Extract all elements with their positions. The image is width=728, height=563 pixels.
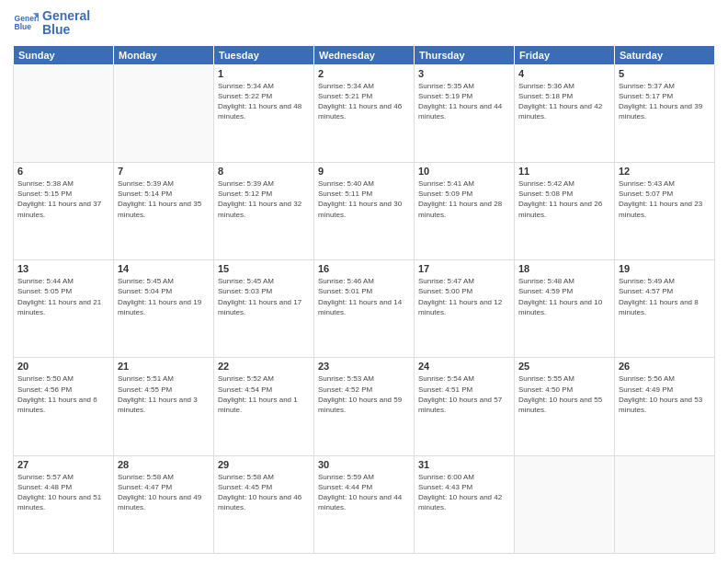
calendar-cell: 31Sunrise: 6:00 AM Sunset: 4:43 PM Dayli… [415,455,515,553]
weekday-header-row: SundayMondayTuesdayWednesdayThursdayFrid… [14,45,715,64]
day-info: Sunrise: 5:58 AM Sunset: 4:45 PM Dayligh… [218,472,310,513]
calendar-cell: 17Sunrise: 5:47 AM Sunset: 5:00 PM Dayli… [415,260,515,358]
day-number: 21 [118,361,210,372]
calendar-cell: 20Sunrise: 5:50 AM Sunset: 4:56 PM Dayli… [14,358,114,455]
calendar-cell: 25Sunrise: 5:55 AM Sunset: 4:50 PM Dayli… [515,358,615,455]
calendar-cell: 5Sunrise: 5:37 AM Sunset: 5:17 PM Daylig… [615,64,715,162]
day-info: Sunrise: 5:48 AM Sunset: 4:59 PM Dayligh… [518,276,610,317]
week-row-5: 27Sunrise: 5:57 AM Sunset: 4:48 PM Dayli… [14,455,715,553]
calendar-cell: 4Sunrise: 5:36 AM Sunset: 5:18 PM Daylig… [515,64,615,162]
week-row-1: 1Sunrise: 5:34 AM Sunset: 5:22 PM Daylig… [14,64,715,162]
day-info: Sunrise: 5:58 AM Sunset: 4:47 PM Dayligh… [118,472,210,513]
calendar-cell: 21Sunrise: 5:51 AM Sunset: 4:55 PM Dayli… [114,358,214,455]
page: General Blue General Blue SundayMondayTu… [0,0,728,563]
day-number: 30 [318,459,410,470]
day-info: Sunrise: 5:55 AM Sunset: 4:50 PM Dayligh… [518,373,610,415]
day-info: Sunrise: 5:42 AM Sunset: 5:08 PM Dayligh… [518,178,610,220]
weekday-header-wednesday: Wednesday [314,45,415,64]
day-number: 6 [17,166,109,177]
week-row-3: 13Sunrise: 5:44 AM Sunset: 5:05 PM Dayli… [14,260,715,358]
calendar-cell: 14Sunrise: 5:45 AM Sunset: 5:04 PM Dayli… [114,260,214,358]
logo-text: General Blue [42,9,90,38]
day-number: 4 [518,68,610,79]
day-number: 29 [218,459,310,470]
calendar-cell: 12Sunrise: 5:43 AM Sunset: 5:07 PM Dayli… [615,163,715,260]
weekday-header-thursday: Thursday [415,45,515,64]
calendar-cell: 29Sunrise: 5:58 AM Sunset: 4:45 PM Dayli… [214,455,314,553]
calendar-cell: 28Sunrise: 5:58 AM Sunset: 4:47 PM Dayli… [114,455,214,553]
day-number: 23 [318,361,410,372]
day-number: 9 [318,166,410,177]
weekday-header-saturday: Saturday [615,45,715,64]
day-info: Sunrise: 5:38 AM Sunset: 5:15 PM Dayligh… [17,178,109,220]
calendar-cell: 7Sunrise: 5:39 AM Sunset: 5:14 PM Daylig… [114,163,214,260]
calendar-cell: 30Sunrise: 5:59 AM Sunset: 4:44 PM Dayli… [314,455,415,553]
header: General Blue General Blue [13,9,715,38]
calendar-cell [515,455,615,553]
day-number: 20 [17,361,109,372]
calendar-cell: 15Sunrise: 5:45 AM Sunset: 5:03 PM Dayli… [214,260,314,358]
calendar-cell: 1Sunrise: 5:34 AM Sunset: 5:22 PM Daylig… [214,64,314,162]
calendar-cell: 18Sunrise: 5:48 AM Sunset: 4:59 PM Dayli… [515,260,615,358]
day-number: 25 [518,361,610,372]
day-number: 18 [518,263,610,274]
day-number: 22 [218,361,310,372]
day-number: 3 [418,68,510,79]
day-number: 11 [518,166,610,177]
day-info: Sunrise: 5:43 AM Sunset: 5:07 PM Dayligh… [619,178,711,220]
weekday-header-tuesday: Tuesday [214,45,314,64]
day-info: Sunrise: 5:39 AM Sunset: 5:14 PM Dayligh… [118,178,210,220]
week-row-2: 6Sunrise: 5:38 AM Sunset: 5:15 PM Daylig… [14,163,715,260]
calendar-cell [615,455,715,553]
calendar-table: SundayMondayTuesdayWednesdayThursdayFrid… [13,45,715,554]
logo-icon: General Blue [13,10,39,36]
weekday-header-sunday: Sunday [14,45,114,64]
day-info: Sunrise: 5:56 AM Sunset: 4:49 PM Dayligh… [619,373,711,415]
calendar-cell: 6Sunrise: 5:38 AM Sunset: 5:15 PM Daylig… [14,163,114,260]
day-number: 24 [418,361,510,372]
day-number: 19 [619,263,711,274]
logo: General Blue General Blue [13,9,90,38]
day-info: Sunrise: 5:36 AM Sunset: 5:18 PM Dayligh… [518,81,610,122]
calendar-cell: 9Sunrise: 5:40 AM Sunset: 5:11 PM Daylig… [314,163,415,260]
day-number: 13 [17,263,109,274]
weekday-header-friday: Friday [515,45,615,64]
day-number: 15 [218,263,310,274]
calendar-cell: 23Sunrise: 5:53 AM Sunset: 4:52 PM Dayli… [314,358,415,455]
day-info: Sunrise: 5:54 AM Sunset: 4:51 PM Dayligh… [418,373,510,415]
calendar-cell: 8Sunrise: 5:39 AM Sunset: 5:12 PM Daylig… [214,163,314,260]
calendar-cell: 16Sunrise: 5:46 AM Sunset: 5:01 PM Dayli… [314,260,415,358]
day-info: Sunrise: 5:52 AM Sunset: 4:54 PM Dayligh… [218,373,310,415]
day-number: 1 [218,68,310,79]
calendar-cell: 22Sunrise: 5:52 AM Sunset: 4:54 PM Dayli… [214,358,314,455]
day-info: Sunrise: 5:45 AM Sunset: 5:04 PM Dayligh… [118,276,210,317]
calendar-cell: 26Sunrise: 5:56 AM Sunset: 4:49 PM Dayli… [615,358,715,455]
day-info: Sunrise: 5:37 AM Sunset: 5:17 PM Dayligh… [619,81,711,122]
day-number: 5 [619,68,711,79]
day-info: Sunrise: 5:41 AM Sunset: 5:09 PM Dayligh… [418,178,510,220]
day-number: 26 [619,361,711,372]
calendar-cell: 10Sunrise: 5:41 AM Sunset: 5:09 PM Dayli… [415,163,515,260]
calendar-cell: 13Sunrise: 5:44 AM Sunset: 5:05 PM Dayli… [14,260,114,358]
day-number: 28 [118,459,210,470]
calendar-cell: 24Sunrise: 5:54 AM Sunset: 4:51 PM Dayli… [415,358,515,455]
calendar-cell [14,64,114,162]
day-info: Sunrise: 5:34 AM Sunset: 5:22 PM Dayligh… [218,81,310,122]
calendar-cell: 27Sunrise: 5:57 AM Sunset: 4:48 PM Dayli… [14,455,114,553]
calendar-cell: 11Sunrise: 5:42 AM Sunset: 5:08 PM Dayli… [515,163,615,260]
day-number: 16 [318,263,410,274]
day-info: Sunrise: 5:50 AM Sunset: 4:56 PM Dayligh… [17,373,109,415]
day-info: Sunrise: 5:53 AM Sunset: 4:52 PM Dayligh… [318,373,410,415]
day-info: Sunrise: 5:34 AM Sunset: 5:21 PM Dayligh… [318,81,410,122]
day-number: 8 [218,166,310,177]
day-info: Sunrise: 5:44 AM Sunset: 5:05 PM Dayligh… [17,276,109,317]
day-number: 12 [619,166,711,177]
day-number: 17 [418,263,510,274]
day-number: 31 [418,459,510,470]
day-info: Sunrise: 5:39 AM Sunset: 5:12 PM Dayligh… [218,178,310,220]
day-info: Sunrise: 5:45 AM Sunset: 5:03 PM Dayligh… [218,276,310,317]
day-info: Sunrise: 5:57 AM Sunset: 4:48 PM Dayligh… [17,472,109,513]
day-number: 7 [118,166,210,177]
day-info: Sunrise: 5:46 AM Sunset: 5:01 PM Dayligh… [318,276,410,317]
day-info: Sunrise: 5:40 AM Sunset: 5:11 PM Dayligh… [318,178,410,220]
